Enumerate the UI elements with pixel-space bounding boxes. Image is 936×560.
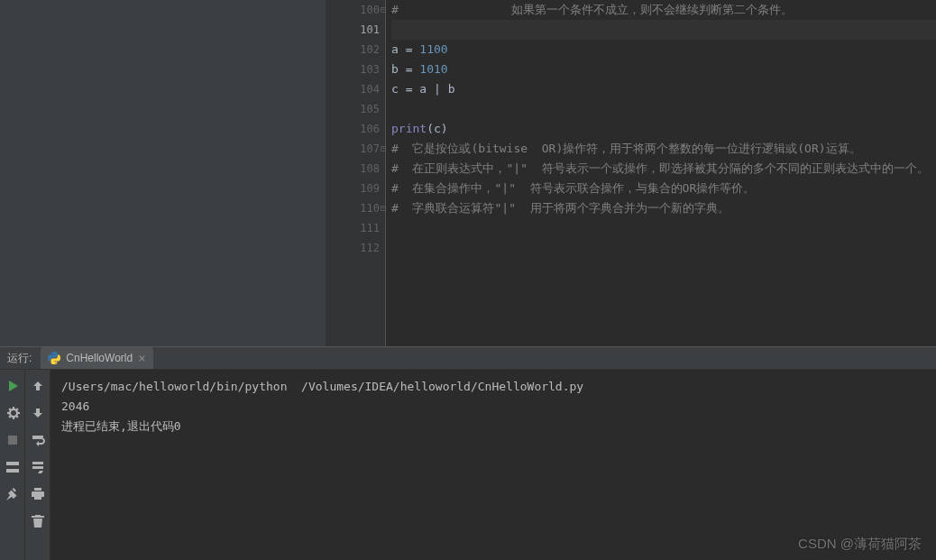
code-line[interactable]: a = 1100 bbox=[391, 40, 936, 60]
code-line[interactable] bbox=[391, 218, 936, 238]
line-number: 100 bbox=[332, 0, 380, 20]
scroll-to-end-icon[interactable] bbox=[31, 460, 45, 474]
code-line[interactable] bbox=[391, 238, 936, 258]
pin-icon[interactable] bbox=[5, 487, 20, 501]
code-content[interactable]: ⊟# 如果第一个条件不成立，则不会继续判断第二个条件。a = 1100b = 1… bbox=[386, 0, 936, 346]
svg-rect-1 bbox=[6, 462, 19, 465]
run-label: 运行: bbox=[7, 351, 32, 366]
stop-icon[interactable] bbox=[5, 433, 20, 447]
run-tab[interactable]: CnHelloWorld × bbox=[41, 347, 152, 369]
code-line[interactable]: ⊟# 字典联合运算符"|" 用于将两个字典合并为一个新的字典。 bbox=[391, 198, 936, 218]
console-output[interactable]: /Users/mac/helloworld/bin/python /Volume… bbox=[50, 370, 936, 560]
svg-rect-2 bbox=[6, 469, 19, 473]
code-line[interactable]: c = a | b bbox=[391, 79, 936, 99]
svg-rect-4 bbox=[32, 466, 43, 469]
code-line[interactable] bbox=[391, 20, 936, 40]
code-line[interactable]: # 在正则表达式中，"|" 符号表示一个或操作，即选择被其分隔的多个不同的正则表… bbox=[391, 159, 936, 179]
line-number: 112 bbox=[332, 238, 380, 258]
line-number: 106 bbox=[332, 119, 380, 139]
line-number: 104 bbox=[332, 79, 380, 99]
print-icon[interactable] bbox=[31, 487, 45, 501]
settings-icon[interactable] bbox=[5, 406, 20, 420]
line-number: 105 bbox=[332, 99, 380, 119]
line-number: 111 bbox=[332, 218, 380, 238]
code-line[interactable] bbox=[391, 99, 936, 119]
run-tab-name: CnHelloWorld bbox=[66, 352, 133, 364]
rerun-icon[interactable] bbox=[5, 379, 20, 393]
close-icon[interactable]: × bbox=[138, 351, 145, 365]
layout-icon[interactable] bbox=[5, 460, 20, 474]
svg-rect-3 bbox=[32, 462, 43, 464]
code-line[interactable]: ⊟# 如果第一个条件不成立，则不会继续判断第二个条件。 bbox=[391, 0, 936, 20]
editor-gutter: 100101102103104105106107108109110111112 bbox=[326, 0, 386, 346]
run-tab-bar: 运行: CnHelloWorld × bbox=[0, 347, 936, 370]
line-number: 109 bbox=[332, 179, 380, 198]
line-number: 101 bbox=[332, 20, 380, 40]
line-number: 107 bbox=[332, 139, 380, 159]
run-tool-column-primary bbox=[0, 370, 25, 560]
line-number: 103 bbox=[332, 60, 380, 79]
console-line: 进程已结束,退出代码0 bbox=[61, 417, 925, 436]
code-line[interactable]: # 在集合操作中，"|" 符号表示联合操作，与集合的OR操作等价。 bbox=[391, 179, 936, 198]
code-line[interactable]: print(c) bbox=[391, 119, 936, 139]
down-arrow-icon[interactable] bbox=[31, 406, 45, 420]
up-arrow-icon[interactable] bbox=[31, 379, 45, 393]
python-icon bbox=[48, 352, 60, 364]
code-line[interactable]: ⊟# 它是按位或(bitwise OR)操作符，用于将两个整数的每一位进行逻辑或… bbox=[391, 139, 936, 159]
trash-icon[interactable] bbox=[31, 514, 45, 528]
line-number: 110 bbox=[332, 198, 380, 218]
console-line: 2046 bbox=[61, 397, 925, 417]
svg-rect-0 bbox=[8, 436, 17, 445]
project-panel[interactable] bbox=[0, 0, 326, 346]
console-line: /Users/mac/helloworld/bin/python /Volume… bbox=[61, 377, 925, 397]
code-line[interactable]: b = 1010 bbox=[391, 60, 936, 79]
line-number: 102 bbox=[332, 40, 380, 60]
watermark: CSDN @薄荷猫阿茶 bbox=[798, 536, 922, 553]
editor-area[interactable]: 100101102103104105106107108109110111112 … bbox=[326, 0, 936, 346]
run-tool-column-secondary bbox=[25, 370, 50, 560]
line-number: 108 bbox=[332, 159, 380, 179]
soft-wrap-icon[interactable] bbox=[31, 433, 45, 447]
